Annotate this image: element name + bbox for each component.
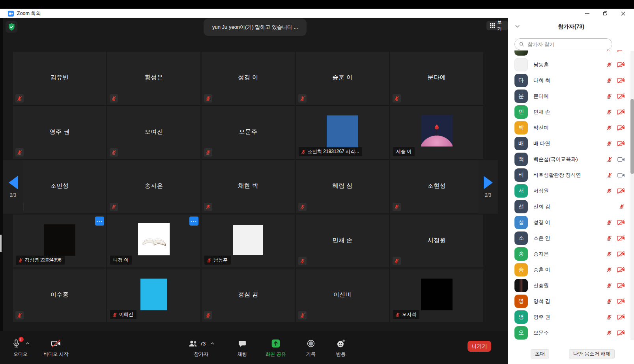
tile-more-options-button[interactable]: ··· xyxy=(189,217,198,226)
left-edge-scroll-handle[interactable] xyxy=(0,235,2,252)
video-tile[interactable]: 채현 박 xyxy=(202,160,295,213)
security-shield-icon[interactable] xyxy=(6,21,17,33)
muted-mic-icon xyxy=(606,93,612,99)
participant-row[interactable]: 영영석 김 xyxy=(508,293,634,309)
participant-status-icons xyxy=(619,203,625,210)
toolbar-audio-button[interactable]: !오디오 xyxy=(4,338,37,358)
participant-row[interactable]: 승승훈 이 xyxy=(508,262,634,278)
participant-row[interactable]: 오오문주 xyxy=(508,325,634,340)
arrow-right-icon xyxy=(484,176,493,189)
video-tile[interactable]: 나경 이··· xyxy=(107,215,200,268)
participant-name: 오문주 xyxy=(533,329,549,336)
video-tile[interactable]: 정심 김 xyxy=(202,269,295,322)
minimize-button[interactable] xyxy=(581,9,593,18)
previous-page-button[interactable]: 2/3 xyxy=(3,160,23,214)
panel-scrollbar-thumb[interactable] xyxy=(630,99,634,174)
tile-avatar-image xyxy=(233,225,263,255)
participant-row[interactable]: 신승원 xyxy=(508,278,634,293)
video-label: 비디오 시작 xyxy=(43,351,68,358)
video-tile[interactable]: 김성영 22034396··· xyxy=(13,215,106,268)
participant-row[interactable]: 배배 다연 xyxy=(508,136,634,151)
video-tile[interactable]: 제승 이 xyxy=(390,106,483,159)
chat-icon xyxy=(238,339,247,348)
muted-mic-icon xyxy=(606,156,613,162)
meeting-video-area: yun Ju yeon이(가) 말하고 있습니다 ... 보기 김유빈황성은성경… xyxy=(0,18,508,364)
tile-label-text: 제승 이 xyxy=(396,148,411,155)
toolbar-video-button[interactable]: 비디오 시작 xyxy=(39,338,73,358)
video-tile[interactable]: 조현성 xyxy=(390,160,483,213)
toolbar-share-button[interactable]: 화면 공유 xyxy=(259,338,292,358)
tile-more-options-button[interactable]: ··· xyxy=(95,217,104,226)
participant-row[interactable]: 소소은 안 xyxy=(508,230,634,246)
muted-mic-icon xyxy=(606,50,612,52)
tile-name-label: 김성영 22034396 xyxy=(16,256,65,265)
muted-mic-icon xyxy=(15,148,24,157)
video-tile[interactable]: 문다예 xyxy=(390,52,483,105)
participant-row[interactable]: 남동훈 xyxy=(508,57,634,73)
participant-row[interactable]: 박박선미 xyxy=(508,120,634,136)
muted-mic-icon xyxy=(298,94,307,103)
video-tile[interactable]: 송지은 xyxy=(107,160,200,213)
close-button[interactable] xyxy=(617,9,629,18)
toolbar-reactions-button[interactable]: 반응 xyxy=(324,338,357,358)
participant-status-icons xyxy=(606,314,625,320)
participant-row[interactable]: 성성경 이 xyxy=(508,215,634,230)
participant-row[interactable]: 백백순철(국어교육과) xyxy=(508,151,634,167)
search-input[interactable] xyxy=(527,41,608,48)
audio-options-caret-icon[interactable] xyxy=(25,342,30,345)
participant-row[interactable]: 선선희 김 xyxy=(508,199,634,215)
restore-button[interactable] xyxy=(599,9,611,18)
video-tile[interactable]: 서정원 xyxy=(390,215,483,268)
next-page-button[interactable]: 2/3 xyxy=(478,160,498,214)
unmute-self-button[interactable]: 나만 음소거 해제 xyxy=(569,349,615,358)
video-tile[interactable]: 오여진 xyxy=(107,106,200,159)
video-tile[interactable]: 황성은 xyxy=(107,52,200,105)
participant-name: 성경 이 xyxy=(533,219,550,226)
video-tile[interactable]: 조민성 xyxy=(13,160,106,213)
video-tile[interactable]: 이혜진 xyxy=(107,269,200,322)
participant-row[interactable]: 서서정원 xyxy=(508,183,634,199)
video-tile[interactable]: 혜림 심 xyxy=(296,160,389,213)
video-tile[interactable]: 오문주 xyxy=(202,106,295,159)
leave-meeting-button[interactable]: 나가기 xyxy=(468,341,491,352)
toolbar-participants-button[interactable]: 73참가자 xyxy=(185,338,218,358)
video-tile[interactable]: 민채 손 xyxy=(296,215,389,268)
participant-avatar: 오 xyxy=(514,326,528,340)
toolbar-chat-button[interactable]: 채팅 xyxy=(226,338,259,358)
search-icon xyxy=(519,41,524,47)
camera-off-icon xyxy=(617,282,625,289)
video-tile[interactable]: 조민희 21931267 시각... xyxy=(296,106,389,159)
participant-search-box[interactable] xyxy=(514,38,612,50)
video-tile[interactable]: 승훈 이 xyxy=(296,52,389,105)
participant-status-icons xyxy=(606,188,625,194)
panel-scrollbar-track[interactable] xyxy=(630,51,634,340)
invite-button[interactable]: 초대 xyxy=(531,349,549,358)
participant-avatar: 비 xyxy=(514,168,528,182)
video-tile[interactable]: 성경 이 xyxy=(202,52,295,105)
participant-row[interactable]: 문문다예 xyxy=(508,88,634,104)
tile-avatar-image xyxy=(44,224,75,256)
participant-name: 영석 김 xyxy=(533,298,550,305)
video-tile[interactable]: 남동훈 xyxy=(202,215,295,268)
participant-row[interactable]: 영영주 권 xyxy=(508,309,634,325)
participant-row[interactable] xyxy=(508,50,634,57)
participant-avatar: 다 xyxy=(514,74,528,87)
video-tile[interactable]: 영주 권 xyxy=(13,106,106,159)
video-tile[interactable]: 이신비 xyxy=(296,269,389,322)
participant-row[interactable]: 비비호생활관장 정석연 xyxy=(508,167,634,183)
participant-row[interactable]: 민민채 손 xyxy=(508,104,634,120)
video-tile[interactable]: 김유빈 xyxy=(13,52,106,105)
participant-name: 문다예 xyxy=(533,93,549,100)
video-tile[interactable]: 오지석 xyxy=(390,269,483,322)
video-tile[interactable]: 이수종 xyxy=(13,269,106,322)
tile-avatar-image xyxy=(421,278,453,310)
participant-row[interactable]: 송송지은 xyxy=(508,246,634,262)
audio-label: 오디오 xyxy=(13,351,28,358)
share-icon xyxy=(271,338,281,349)
participants-options-caret-icon[interactable] xyxy=(210,342,215,345)
muted-mic-icon xyxy=(204,311,212,319)
participant-row[interactable]: 다다희 최 xyxy=(508,73,634,88)
toolbar-record-button[interactable]: 기록 xyxy=(294,338,327,358)
tile-participant-name: 영주 권 xyxy=(13,128,106,135)
view-button[interactable]: 보기 xyxy=(486,21,508,30)
